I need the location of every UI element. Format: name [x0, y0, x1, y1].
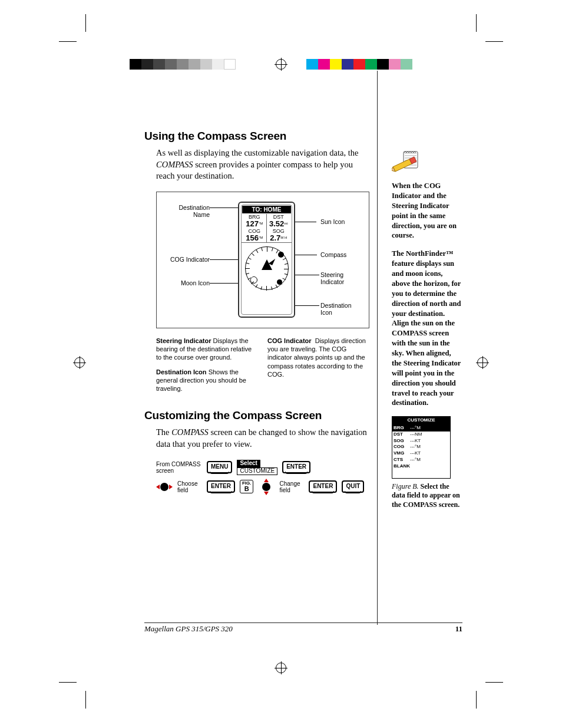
figure-b-screen: CUSTOMIZE BRG---°MDST---NMSOG---KTCOG---… — [392, 416, 451, 478]
device-screen: TO: HOME BRG 127°M DST 3.52mi COG 156°M — [238, 202, 295, 318]
figure-b-row: BLANK — [392, 463, 450, 470]
figure-b-row: DST---NM — [392, 431, 450, 438]
dpad-ud-icon — [258, 479, 275, 495]
notepad-icon — [392, 150, 422, 176]
heading-using-compass: Using the Compass Screen — [144, 130, 457, 143]
dpad-lr-icon — [156, 479, 173, 495]
select-menuitem: Select — [237, 460, 260, 467]
callout-steering: Steering Indicator — [320, 271, 356, 285]
steering-indicator-arrow — [269, 257, 275, 265]
compass-figure: Destination Name COG Indicator Moon Icon… — [156, 192, 369, 328]
sidebar-column: When the COG Indicator and the Steering … — [392, 150, 461, 518]
figure-b-row: CTS---°M — [392, 457, 450, 463]
figure-b-row: BRG---°M — [392, 425, 450, 431]
moon-icon — [250, 276, 257, 284]
sog-value: 2.7 — [270, 233, 280, 242]
to-destination-bar: TO: HOME — [242, 206, 291, 213]
seq-change-text: Change field — [279, 480, 304, 493]
intro-paragraph-2: The COMPASS screen can be changed to sho… — [156, 427, 374, 450]
registration-mark — [275, 58, 287, 71]
figure-b-header: CUSTOMIZE — [392, 417, 450, 425]
enter-key-2: ENTER — [207, 480, 235, 493]
figure-b-row: SOG---KT — [392, 438, 450, 444]
figure-b-row: VMG---KT — [392, 450, 450, 457]
enter-key: ENTER — [282, 461, 310, 473]
callout-dest-icon: Destination Icon — [320, 302, 362, 316]
footer-product: Magellan GPS 315/GPS 320 — [144, 624, 233, 634]
menu-key: MENU — [207, 461, 232, 473]
cmyk-color-bar — [306, 59, 412, 70]
definitions: Steering Indicator Displays the bearing … — [156, 337, 368, 393]
figure-b-rows: BRG---°MDST---NMSOG---KTCOG---°MVMG---KT… — [392, 425, 450, 470]
cog-indicator-title: COG Indicator — [267, 337, 312, 344]
fig-b-badge: FIG.B — [240, 480, 254, 493]
quit-key: QUIT — [342, 480, 364, 493]
sidebar-note-1: When the COG Indicator and the Steering … — [392, 181, 461, 241]
seq-from-text: From COMPASS screen — [156, 461, 202, 474]
footer-page-number: 11 — [455, 624, 462, 634]
callout-cog-indicator: COG Indicator — [163, 256, 210, 263]
registration-mark — [73, 356, 86, 369]
figure-b-row: COG---°M — [392, 444, 450, 450]
enter-key-3: ENTER — [309, 480, 337, 493]
sidebar-note-2: The NorthFinder™ feature displays sun an… — [392, 249, 461, 408]
callout-dest-name: Destination Name — [163, 204, 210, 218]
page-footer: Magellan GPS 315/GPS 320 11 — [144, 622, 462, 634]
callout-compass: Compass — [320, 251, 346, 258]
registration-mark — [275, 661, 287, 674]
registration-mark — [476, 356, 489, 369]
steering-indicator-title: Steering Indicator — [156, 337, 211, 344]
compass-ring-icon — [245, 246, 289, 290]
cog-value: 156 — [246, 233, 259, 242]
customize-menuitem: CUSTOMIZE — [237, 467, 277, 475]
brg-value: 127 — [246, 219, 259, 228]
figure-b-caption: Figure B. Select the data field to appea… — [392, 482, 461, 510]
callout-moon: Moon Icon — [163, 279, 210, 286]
dst-value: 3.52 — [269, 219, 284, 228]
gray-color-bar — [130, 59, 236, 70]
callout-sun: Sun Icon — [320, 218, 345, 225]
intro-paragraph-1: As well as displaying the customizable n… — [156, 147, 368, 182]
button-sequence: From COMPASS screen MENU Select CUSTOMIZ… — [156, 460, 380, 495]
seq-choose-text: Choose field — [177, 480, 202, 493]
destination-icon-title: Destination Icon — [156, 368, 207, 375]
